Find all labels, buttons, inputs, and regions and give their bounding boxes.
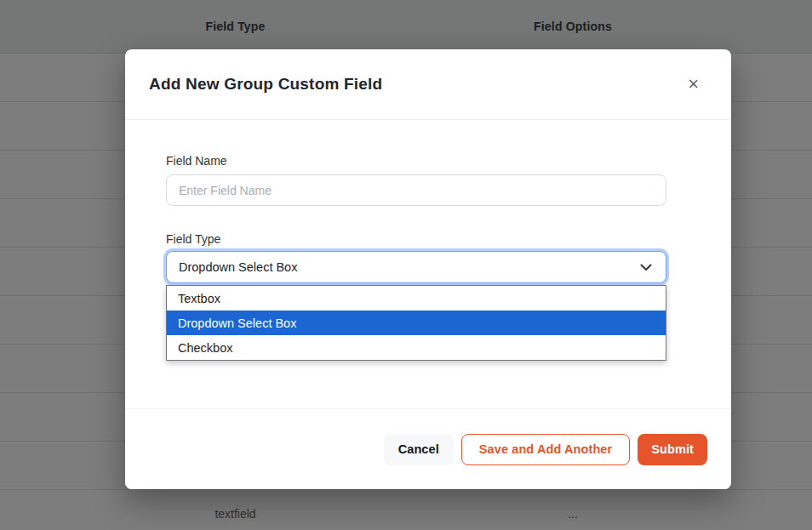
- select-value: Dropdown Select Box: [179, 260, 297, 274]
- field-type-label: Field Type: [166, 232, 666, 246]
- modal-footer: Cancel Save and Add Another Submit: [125, 408, 731, 489]
- modal-title: Add New Group Custom Field: [149, 75, 382, 94]
- screen: { "background": { "table": { "headers": …: [0, 0, 812, 530]
- modal-body: Field Name Field Type Dropdown Select Bo…: [166, 120, 666, 283]
- field-name-label: Field Name: [166, 154, 666, 168]
- modal-header: Add New Group Custom Field ×: [125, 49, 731, 120]
- close-icon[interactable]: ×: [683, 73, 704, 95]
- option-dropdown-select-box[interactable]: Dropdown Select Box: [167, 311, 666, 335]
- cancel-button[interactable]: Cancel: [384, 434, 454, 465]
- field-type-options-list: Textbox Dropdown Select Box Checkbox: [166, 285, 666, 361]
- field-type-select[interactable]: Dropdown Select Box: [166, 251, 666, 283]
- option-textbox[interactable]: Textbox: [167, 286, 666, 311]
- add-field-modal: Add New Group Custom Field × Field Name …: [125, 49, 731, 489]
- option-checkbox[interactable]: Checkbox: [167, 335, 666, 360]
- field-name-input[interactable]: [166, 174, 666, 206]
- chevron-down-icon: [640, 264, 652, 271]
- save-and-add-another-button[interactable]: Save and Add Another: [461, 434, 630, 465]
- field-type-select-wrap: Dropdown Select Box Textbox Dropdown Sel…: [166, 251, 666, 283]
- submit-button[interactable]: Submit: [638, 434, 707, 465]
